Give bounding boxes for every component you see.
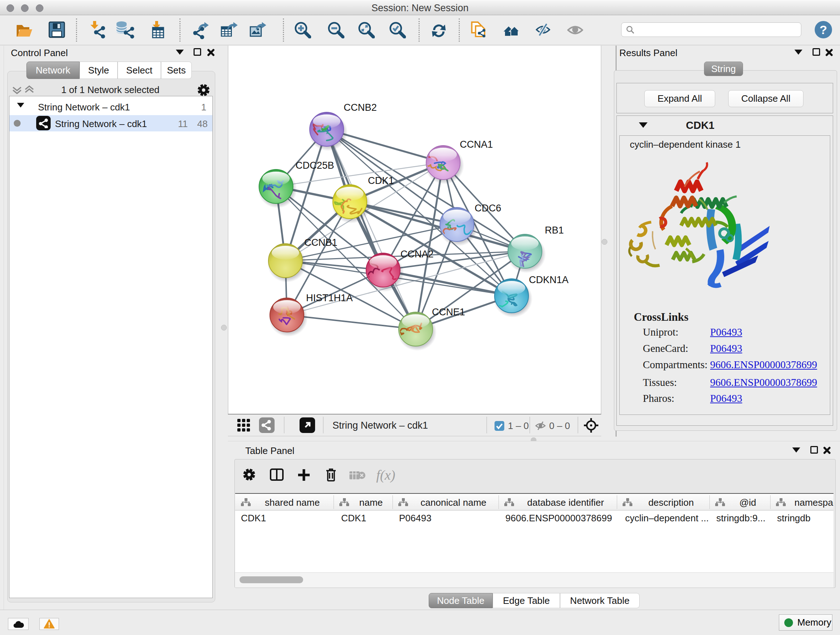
svg-text:CDC25B: CDC25B	[295, 160, 334, 171]
svg-text:CCNB2: CCNB2	[344, 102, 377, 113]
svg-text:HIST1H1A: HIST1H1A	[306, 293, 353, 303]
svg-text:CDKN1A: CDKN1A	[529, 274, 569, 285]
svg-text:CCNA2: CCNA2	[401, 249, 434, 260]
svg-text:CCNE1: CCNE1	[432, 307, 465, 318]
svg-text:CDK1: CDK1	[368, 175, 394, 186]
svg-text:RB1: RB1	[545, 225, 564, 236]
svg-text:CCNB1: CCNB1	[304, 237, 338, 248]
svg-text:CDC6: CDC6	[475, 203, 501, 214]
svg-text:CCNA1: CCNA1	[460, 139, 493, 150]
